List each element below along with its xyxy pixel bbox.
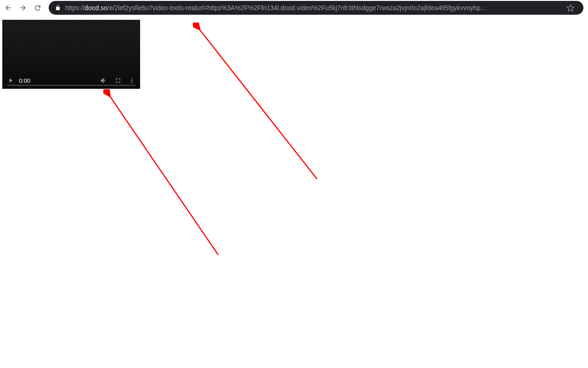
- volume-button[interactable]: [100, 76, 108, 85]
- more-options-button[interactable]: [128, 77, 136, 84]
- fullscreen-button[interactable]: [114, 77, 122, 84]
- video-time: 0:00: [19, 77, 30, 84]
- reload-icon: [34, 4, 42, 12]
- svg-line-1: [109, 95, 218, 255]
- svg-line-3: [198, 28, 317, 179]
- back-button[interactable]: [2, 1, 15, 14]
- bookmark-button[interactable]: [564, 1, 577, 14]
- video-player[interactable]: 0:00: [2, 20, 140, 89]
- star-icon: [566, 4, 575, 12]
- arrow-left-icon: [4, 4, 12, 12]
- more-vertical-icon: [128, 77, 136, 84]
- annotation-arrow-1: [103, 89, 223, 261]
- page-content: 0:00: [0, 16, 588, 368]
- forward-button[interactable]: [17, 1, 29, 14]
- url-domain: dood.so: [85, 4, 107, 12]
- annotation-arrow-2: [193, 23, 322, 185]
- play-button[interactable]: [7, 77, 14, 84]
- video-controls: 0:00: [2, 72, 140, 89]
- video-progress-bar[interactable]: [7, 85, 136, 86]
- browser-toolbar: https://dood.so/e/2lef2ysfie6u?video-too…: [0, 0, 588, 16]
- url-bar[interactable]: https://dood.so/e/2lef2ysfie6u?video-too…: [49, 1, 583, 15]
- lock-icon: [55, 5, 61, 11]
- volume-icon: [100, 76, 108, 85]
- url-scheme: https://: [65, 4, 85, 12]
- reload-button[interactable]: [31, 1, 44, 14]
- play-icon: [7, 77, 14, 84]
- arrow-right-icon: [19, 4, 27, 12]
- url-path: /e/2lef2ysfie6u?video-tools-realurl=http…: [107, 4, 486, 12]
- fullscreen-icon: [114, 77, 122, 84]
